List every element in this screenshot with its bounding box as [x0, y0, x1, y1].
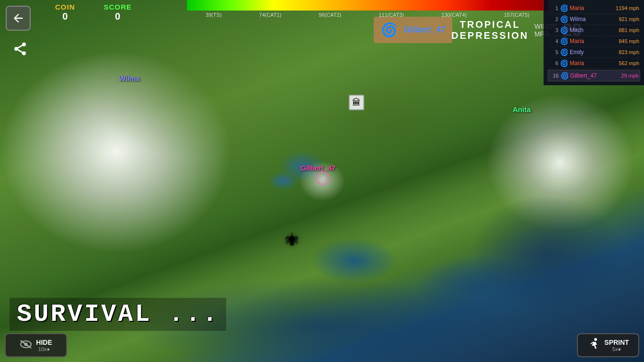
runner-icon — [587, 337, 600, 351]
back-button[interactable] — [6, 6, 31, 31]
lb-current-rank: 16 — [549, 73, 559, 79]
lb-rank: 5 — [549, 49, 558, 55]
leaderboard-row: 6 🌀 Maria 562 mph — [548, 58, 640, 69]
lb-speed: 562 mph — [619, 60, 639, 66]
lb-rank: 3 — [549, 27, 558, 33]
svg-line-4 — [18, 45, 22, 48]
hide-button[interactable]: HIDE 10x● — [5, 333, 67, 357]
leaderboard-row: 1 🌀 Maria 1194 mph — [548, 3, 640, 14]
leaderboard-row: 2 🌀 Wilma 921 mph — [548, 14, 640, 25]
lb-name: Maria — [570, 60, 617, 67]
wind-labels: 39(TS) 74(CAT1) 96(CAT2) 111(CAT3) 130(C… — [187, 12, 548, 18]
leaderboard: 1 🌀 Maria 1194 mph 2 🌀 Wilma 921 mph 3 🌀… — [543, 0, 644, 85]
lb-cyclone-icon: 🌀 — [560, 48, 568, 56]
wind-gradient-bar — [187, 0, 548, 11]
score-stat: SCORE 0 — [104, 3, 132, 22]
sprint-button[interactable]: SPRINT 5x● — [577, 333, 639, 357]
lb-rank: 1 — [549, 5, 558, 11]
lb-speed: 823 mph — [619, 49, 639, 55]
storm-name: Gilbert_47 — [403, 25, 446, 35]
leaderboard-row: 3 🌀 Mitch 881 mph — [548, 25, 640, 36]
lb-rank: 2 — [549, 16, 558, 22]
lb-name: Mitch — [570, 27, 617, 34]
back-icon — [12, 11, 25, 25]
wind-threshold-1: 39(TS) — [206, 12, 222, 18]
player-building: 🏛 — [349, 95, 364, 110]
leaderboard-row: 4 🌀 Maria 845 mph — [548, 36, 640, 47]
sprint-runner-icon — [587, 337, 600, 353]
svg-line-3 — [18, 50, 22, 52]
coin-value: 0 — [62, 11, 68, 22]
wind-threshold-6: 157(CAT5) — [504, 12, 529, 18]
sprint-btn-text: SPRINT 5x● — [604, 339, 629, 352]
svg-point-2 — [22, 51, 26, 55]
eye-slash-icon — [20, 339, 32, 349]
lb-cyclone-icon: 🌀 — [560, 59, 568, 67]
svg-point-8 — [594, 338, 597, 341]
lb-current-speed: 29 mph — [621, 73, 639, 79]
score-label: SCORE — [104, 3, 132, 11]
lb-cyclone-icon: 🌀 — [560, 4, 568, 12]
lb-current-name: Gilbert_47 — [570, 72, 619, 79]
share-icon — [12, 41, 28, 57]
leaderboard-current-row: 16 🌀 Gilbert_47 29 mph — [548, 70, 640, 81]
hide-count: 10x● — [38, 346, 50, 352]
storm-cyclone-icon: 🌀 — [381, 22, 398, 38]
lb-speed: 1194 mph — [616, 5, 639, 11]
wind-threshold-3: 96(CAT2) — [319, 12, 341, 18]
leaderboard-row: 5 🌀 Emily 823 mph — [548, 47, 640, 58]
lb-cyclone-icon: 🌀 — [560, 37, 568, 45]
wind-threshold-2: 74(CAT1) — [259, 12, 282, 18]
storm-banner: 🌀 Gilbert_47 TROPICAL DEPRESSION WINDS M… — [374, 17, 452, 43]
share-button[interactable] — [10, 38, 31, 59]
player-vehicle: 🕷 — [286, 232, 299, 248]
storm-category: TROPICAL DEPRESSION — [451, 19, 529, 41]
lb-name: Emily — [570, 49, 617, 56]
lb-speed: 921 mph — [619, 16, 639, 22]
stats-container: COIN 0 SCORE 0 — [55, 3, 132, 22]
lb-rank: 4 — [549, 38, 558, 44]
gilbert-cyclone-icon — [316, 171, 330, 185]
svg-point-1 — [14, 47, 18, 51]
lb-name: Maria — [570, 38, 617, 45]
score-value: 0 — [115, 11, 120, 22]
lb-name: Maria — [570, 5, 614, 11]
lb-speed: 881 mph — [619, 27, 639, 33]
wind-bar-container: 39(TS) 74(CAT1) 96(CAT2) 111(CAT3) 130(C… — [187, 0, 548, 45]
hide-btn-text: HIDE 10x● — [36, 339, 52, 352]
svg-point-0 — [22, 43, 26, 46]
hide-label: HIDE — [36, 339, 52, 346]
lb-cyclone-icon: 🌀 — [560, 15, 568, 23]
hide-eye-icon — [20, 339, 32, 351]
lb-name: Wilma — [570, 16, 617, 23]
coin-label: COIN — [55, 3, 75, 11]
lb-current-icon: 🌀 — [561, 72, 568, 79]
sprint-count: 5x● — [612, 346, 621, 352]
lb-cyclone-icon: 🌀 — [560, 26, 568, 34]
lb-speed: 845 mph — [619, 38, 639, 44]
coin-stat: COIN 0 — [55, 3, 75, 22]
lb-rank: 6 — [549, 60, 558, 66]
survival-text: SURVIVAL ... — [10, 298, 226, 331]
sprint-label: SPRINT — [604, 339, 629, 346]
